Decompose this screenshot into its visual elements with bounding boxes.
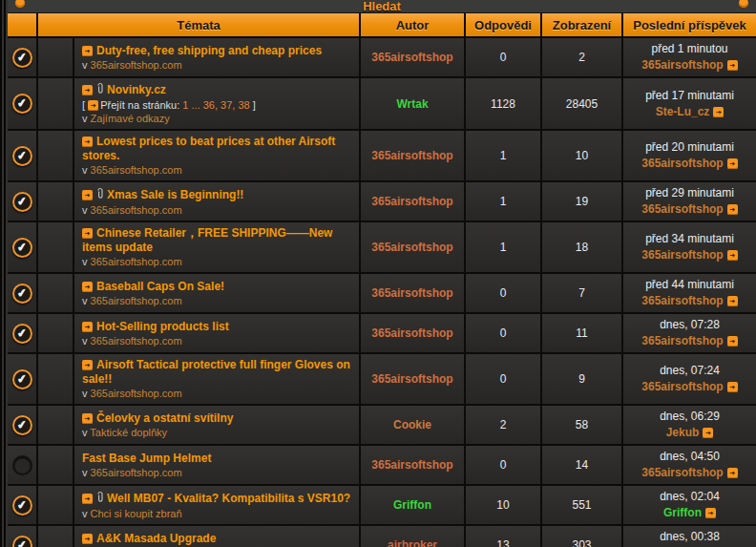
forum-line: v Zajímavé odkazy bbox=[82, 112, 170, 125]
topic-cell: ➔Chinese Retailer，FREE SHIPPING——New ite… bbox=[74, 222, 361, 272]
goto-page-icon[interactable]: ➔ bbox=[88, 100, 98, 111]
goto-last-post-icon[interactable]: ➔ bbox=[727, 468, 738, 478]
last-post-author-link[interactable]: 365airsoftshop bbox=[641, 157, 723, 170]
topic-title-link[interactable]: Lowest prices to beat prices at other Ai… bbox=[82, 135, 335, 162]
forum-link[interactable]: 365airsoftshop.com bbox=[91, 204, 182, 216]
goto-last-post-icon[interactable]: ➔ bbox=[727, 204, 738, 215]
goto-last-post-icon[interactable]: ➔ bbox=[727, 60, 738, 71]
topic-title-link[interactable]: Čelovky a ostatní svítilny bbox=[96, 411, 233, 425]
topic-title-link[interactable]: A&K Masada Upgrade bbox=[96, 532, 216, 545]
topic-title-link[interactable]: Fast Base Jump Helmet bbox=[82, 452, 211, 465]
last-post-author-link[interactable]: 365airsoftshop bbox=[641, 380, 723, 393]
forum-link[interactable]: 365airsoftshop.com bbox=[91, 164, 182, 176]
forum-link[interactable]: 365airsoftshop.com bbox=[91, 335, 182, 347]
topic-title-link[interactable]: Baseball Caps On Sale! bbox=[96, 280, 224, 293]
last-post-line: Jekub➔ bbox=[666, 424, 714, 440]
goto-last-post-icon[interactable]: ➔ bbox=[727, 250, 738, 261]
forum-prefix: v bbox=[82, 256, 88, 267]
jump-to-new-post-icon[interactable]: ➔ bbox=[82, 190, 93, 200]
author-link[interactable]: 365airsoftshop bbox=[371, 372, 452, 386]
jump-to-new-post-icon[interactable]: ➔ bbox=[82, 137, 93, 147]
forum-prefix: v bbox=[82, 427, 88, 438]
last-post-time: dnes, 06:29 bbox=[660, 410, 720, 424]
author-cell: 365airsoftshop bbox=[361, 274, 466, 312]
table-row: ➔Baseball Caps On Sale! ➔ v 365airsoftsh… bbox=[8, 274, 756, 314]
views-count: 551 bbox=[542, 486, 623, 524]
last-post-author-link[interactable]: 365airsoftshop bbox=[641, 58, 723, 72]
topic-title-line: ➔Čelovky a ostatní svítilny bbox=[82, 411, 233, 426]
jump-to-new-post-icon[interactable]: ➔ bbox=[82, 360, 93, 370]
search-link[interactable]: Hledat bbox=[363, 0, 401, 12]
author-link[interactable]: Wrtak bbox=[396, 97, 428, 111]
goto-last-post-icon[interactable]: ➔ bbox=[713, 107, 724, 117]
topic-title-link[interactable]: Well MB07 - Kvalita? Kompatibilita s VSR… bbox=[107, 492, 350, 505]
forum-link[interactable]: Chci si koupit zbraň bbox=[91, 508, 182, 519]
read-status-icon bbox=[12, 324, 32, 344]
jump-to-new-post-icon[interactable]: ➔ bbox=[82, 46, 93, 56]
forum-link[interactable]: 365airsoftshop.com bbox=[91, 467, 182, 478]
goto-last-post-icon[interactable]: ➔ bbox=[727, 336, 738, 347]
author-link[interactable]: 365airsoftshop bbox=[371, 458, 452, 472]
author-link[interactable]: 365airsoftshop bbox=[371, 286, 452, 300]
views-count: 28405 bbox=[542, 78, 623, 129]
goto-last-post-icon[interactable]: ➔ bbox=[727, 158, 738, 169]
jump-to-new-post-icon[interactable]: ➔ bbox=[82, 413, 93, 424]
topic-title-link[interactable]: Novinky.cz bbox=[107, 83, 166, 96]
pagination-page-links[interactable]: 1 ... 36, 37, 38 bbox=[182, 99, 249, 111]
goto-last-post-icon[interactable]: ➔ bbox=[727, 296, 738, 306]
last-post-author-link[interactable]: 365airsoftshop bbox=[641, 248, 723, 262]
goto-last-post-icon[interactable]: ➔ bbox=[727, 382, 738, 392]
last-post-cell: před 1 minutou 365airsoftshop➔ bbox=[623, 38, 756, 76]
forum-link[interactable]: Taktické doplňky bbox=[90, 427, 167, 438]
topic-title-link[interactable]: Xmas Sale is Beginning!! bbox=[107, 188, 243, 201]
forum-link[interactable]: 365airsoftshop.com bbox=[91, 388, 182, 399]
table-row: ➔Fast Base Jump Helmet ➔ v 365airsoftsho… bbox=[8, 446, 756, 486]
forum-link[interactable]: 365airsoftshop.com bbox=[91, 256, 182, 267]
last-post-author-link[interactable]: 365airsoftshop bbox=[641, 294, 723, 307]
author-link[interactable]: 365airsoftshop bbox=[371, 241, 452, 254]
goto-last-post-icon[interactable]: ➔ bbox=[705, 508, 716, 518]
forum-line: v 365airsoftshop.com bbox=[82, 387, 182, 400]
author-link[interactable]: airbroker bbox=[388, 538, 437, 547]
last-post-author-link[interactable]: Ste-Lu_cz bbox=[656, 105, 710, 118]
last-post-time: dnes, 04:50 bbox=[660, 450, 720, 464]
last-post-author-link[interactable]: 365airsoftshop bbox=[641, 466, 723, 479]
views-count: 19 bbox=[542, 182, 623, 221]
topic-title-line: ➔Well MB07 - Kvalita? Kompatibilita s VS… bbox=[82, 491, 350, 507]
views-count: 2 bbox=[542, 38, 623, 76]
forum-link[interactable]: 365airsoftshop.com bbox=[91, 295, 182, 306]
last-post-author-link[interactable]: 365airsoftshop bbox=[641, 334, 723, 347]
jump-to-new-post-icon[interactable]: ➔ bbox=[82, 228, 93, 239]
topic-title-link[interactable]: Airsoft Tactical protective full finger … bbox=[82, 358, 350, 386]
jump-to-new-post-icon[interactable]: ➔ bbox=[82, 85, 93, 95]
jump-to-new-post-icon[interactable]: ➔ bbox=[82, 282, 93, 292]
goto-last-post-icon[interactable]: ➔ bbox=[703, 428, 713, 438]
author-link[interactable]: Cookie bbox=[393, 418, 431, 431]
author-link[interactable]: 365airsoftshop bbox=[371, 51, 452, 64]
forum-prefix: v bbox=[82, 335, 88, 347]
author-link[interactable]: 365airsoftshop bbox=[371, 326, 452, 340]
jump-to-new-post-icon[interactable]: ➔ bbox=[82, 322, 93, 332]
forum-prefix: v bbox=[82, 508, 88, 519]
last-post-line: 365airsoftshop➔ bbox=[641, 246, 737, 263]
table-row: ➔Airsoft Tactical protective full finger… bbox=[8, 354, 756, 406]
author-link[interactable]: 365airsoftshop bbox=[371, 149, 452, 162]
last-post-author-link[interactable]: Griffon bbox=[663, 506, 702, 519]
forum-link[interactable]: Zajímavé odkazy bbox=[91, 113, 170, 124]
last-post-cell: před 20 minutami 365airsoftshop➔ bbox=[623, 131, 756, 180]
forum-link[interactable]: 365airsoftshop.com bbox=[91, 59, 182, 71]
topic-cell: ➔Well MB07 - Kvalita? Kompatibilita s VS… bbox=[74, 486, 361, 524]
jump-to-new-post-icon[interactable]: ➔ bbox=[82, 494, 93, 504]
author-link[interactable]: Griffon bbox=[393, 498, 431, 512]
topic-title-link[interactable]: Duty-free, free shipping and cheap price… bbox=[96, 44, 322, 57]
jump-to-new-post-icon[interactable]: ➔ bbox=[82, 534, 93, 544]
forum-prefix: v bbox=[82, 204, 88, 216]
last-post-author-link[interactable]: 365airsoftshop bbox=[641, 202, 723, 216]
corner-dot-left-icon bbox=[15, 0, 25, 8]
topic-cell: ➔A&K Masada Upgrade ➔ v Upgrade bbox=[74, 526, 361, 547]
topic-title-link[interactable]: Hot-Selling products list bbox=[96, 320, 229, 333]
last-post-author-link[interactable]: Jekub bbox=[666, 426, 700, 439]
last-post-cell: před 44 minutami 365airsoftshop➔ bbox=[623, 274, 756, 312]
topic-title-link[interactable]: Chinese Retailer，FREE SHIPPING——New item… bbox=[82, 226, 332, 254]
author-link[interactable]: 365airsoftshop bbox=[371, 195, 452, 208]
